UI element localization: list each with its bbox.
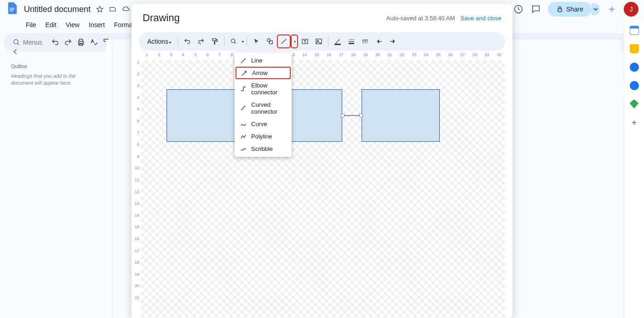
zoom-button[interactable] xyxy=(227,35,240,48)
svg-point-12 xyxy=(267,39,270,42)
image-tool[interactable] xyxy=(312,35,325,48)
arrow-icon xyxy=(241,70,247,76)
comments-icon[interactable] xyxy=(530,4,541,15)
calendar-addon-icon[interactable] xyxy=(630,26,639,35)
lock-icon xyxy=(556,6,564,13)
cloud-status-icon[interactable] xyxy=(122,6,129,13)
outline-hint: Headings that you add to the document wi… xyxy=(11,73,97,87)
svg-rect-2 xyxy=(10,11,13,12)
menu-item-scribble[interactable]: Scribble xyxy=(235,143,292,155)
share-label: Share xyxy=(566,6,583,13)
menu-edit[interactable]: Edit xyxy=(42,19,60,30)
autosave-status: Auto-saved at 3:58:40 AM xyxy=(386,15,455,22)
line-start-button[interactable] xyxy=(373,35,385,48)
menu-item-polyline[interactable]: Polyline xyxy=(235,130,292,143)
drawing-dialog: Drawing Auto-saved at 3:58:40 AM Save an… xyxy=(132,4,512,318)
paint-format-button[interactable] xyxy=(208,35,221,48)
line-icon xyxy=(240,58,247,64)
line-tool[interactable] xyxy=(277,35,290,48)
document-vertical-ruler xyxy=(107,40,112,318)
menu-view[interactable]: View xyxy=(62,19,83,30)
docs-app-icon[interactable] xyxy=(6,2,20,17)
vertical-ruler: 123456789101112131415161718192021 xyxy=(132,52,141,318)
outline-back-icon[interactable] xyxy=(11,47,22,58)
menu-insert[interactable]: Insert xyxy=(85,19,109,30)
svg-rect-17 xyxy=(334,44,341,45)
line-dash-button[interactable] xyxy=(359,35,372,48)
star-icon[interactable] xyxy=(96,6,104,13)
svg-rect-10 xyxy=(213,39,216,40)
line-end-button[interactable] xyxy=(386,35,399,48)
share-button[interactable]: Share xyxy=(548,2,592,17)
elbow-connector-icon xyxy=(240,86,247,92)
polyline-icon xyxy=(240,133,247,140)
share-dropdown-icon[interactable] xyxy=(592,3,600,15)
outline-panel: Outline Headings that you add to the doc… xyxy=(6,41,102,93)
outline-title: Outline xyxy=(11,64,97,69)
drawing-toolbar: Actions▾ ▾ ▾ xyxy=(139,32,505,51)
line-type-menu: Line Arrow Elbow connector Curved connec… xyxy=(235,52,292,157)
maps-addon-icon[interactable] xyxy=(630,99,639,109)
shape-tool[interactable] xyxy=(264,35,276,48)
scribble-icon xyxy=(240,146,247,152)
document-title[interactable]: Untitled document xyxy=(24,5,91,14)
zoom-dropdown[interactable]: ▾ xyxy=(242,40,244,44)
menu-item-curve[interactable]: Curve xyxy=(235,118,292,130)
select-tool[interactable] xyxy=(250,35,263,48)
move-icon[interactable] xyxy=(109,6,116,13)
save-and-close-button[interactable]: Save and close xyxy=(460,15,501,22)
redo-button[interactable] xyxy=(195,35,207,48)
contacts-addon-icon[interactable] xyxy=(630,81,639,90)
dialog-title: Drawing xyxy=(143,12,180,24)
history-icon[interactable] xyxy=(513,4,524,15)
undo-button[interactable] xyxy=(181,35,194,48)
actions-menu[interactable]: Actions▾ xyxy=(144,36,175,47)
gemini-icon[interactable] xyxy=(606,4,617,15)
side-panel: + xyxy=(624,20,644,318)
shape-rectangle[interactable] xyxy=(362,89,440,142)
line-color-button[interactable] xyxy=(331,35,344,48)
tasks-addon-icon[interactable] xyxy=(630,63,639,72)
curve-icon xyxy=(240,121,247,127)
drawing-canvas[interactable] xyxy=(141,60,505,318)
shape-rectangle[interactable] xyxy=(167,89,245,142)
text-box-tool[interactable] xyxy=(299,35,311,48)
horizontal-ruler: 1234567891011121314151617181920212223242… xyxy=(141,52,505,60)
menu-item-line[interactable]: Line xyxy=(235,54,292,67)
curved-connector-icon xyxy=(240,105,247,111)
menu-item-curved[interactable]: Curved connector xyxy=(235,98,292,118)
svg-rect-4 xyxy=(558,9,562,12)
line-tool-dropdown[interactable]: ▾ xyxy=(291,35,298,48)
menu-file[interactable]: File xyxy=(22,19,40,30)
svg-rect-0 xyxy=(10,8,14,9)
get-addons-icon[interactable]: + xyxy=(632,118,637,128)
keep-addon-icon[interactable] xyxy=(630,44,639,53)
menu-item-arrow[interactable]: Arrow xyxy=(236,67,291,79)
svg-rect-1 xyxy=(10,9,14,10)
connector-line[interactable] xyxy=(342,115,362,116)
user-avatar[interactable]: J xyxy=(624,2,638,17)
line-weight-button[interactable] xyxy=(345,35,358,48)
menu-item-elbow[interactable]: Elbow connector xyxy=(235,79,292,98)
